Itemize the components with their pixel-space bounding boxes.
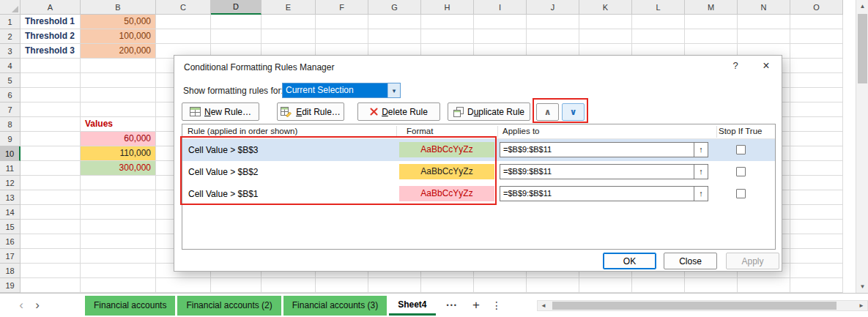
close-icon[interactable]: × — [757, 59, 775, 73]
rule-row[interactable]: Cell Value > $B$1AaBbCcYyZz=$B$9:$B$11↑ — [182, 183, 775, 205]
row-header-9[interactable]: 9 — [0, 132, 21, 146]
range-picker-button[interactable]: ↑ — [694, 187, 708, 201]
sheet-tab-financial-accounts-2[interactable]: Financial accounts (2) — [177, 296, 281, 316]
grid-cell[interactable] — [21, 278, 81, 293]
grid-cell[interactable] — [790, 264, 843, 278]
vertical-scroll-thumb[interactable] — [858, 14, 867, 83]
grid-cell[interactable] — [421, 15, 474, 29]
grid-cell[interactable] — [21, 73, 81, 88]
grid-cell[interactable] — [81, 190, 156, 205]
grid-cell[interactable] — [211, 29, 261, 44]
range-picker-button[interactable]: ↑ — [694, 143, 708, 157]
scroll-left-icon[interactable]: ◄ — [538, 301, 549, 310]
range-picker-button[interactable]: ↑ — [694, 165, 708, 179]
grid-cell[interactable] — [790, 29, 843, 44]
grid-cell[interactable] — [579, 15, 632, 29]
next-sheet-button[interactable]: › — [29, 298, 45, 313]
row-header-17[interactable]: 17 — [0, 249, 21, 264]
add-sheet-button[interactable]: + — [470, 298, 483, 313]
grid-cell[interactable] — [685, 29, 738, 44]
grid-cell[interactable] — [790, 234, 843, 249]
cell-B1[interactable]: 50,000 — [81, 15, 156, 29]
grid-cell[interactable] — [474, 278, 527, 293]
grid-cell[interactable] — [738, 29, 790, 44]
horizontal-scroll-track[interactable] — [549, 301, 856, 310]
grid-cell[interactable] — [21, 161, 81, 176]
grid-cell[interactable] — [790, 146, 843, 161]
row-header-12[interactable]: 12 — [0, 176, 21, 190]
cell-B9[interactable]: 60,000 — [81, 132, 156, 146]
grid-cell[interactable] — [368, 15, 421, 29]
grid-cell[interactable] — [21, 220, 81, 234]
grid-cell[interactable] — [81, 249, 156, 264]
grid-cell[interactable] — [21, 205, 81, 220]
grid-cell[interactable] — [632, 15, 685, 29]
row-header-19[interactable]: 19 — [0, 278, 21, 293]
grid-cell[interactable] — [685, 15, 738, 29]
grid-cell[interactable] — [261, 15, 316, 29]
sheet-tab-sheet4[interactable]: Sheet4 — [389, 296, 435, 316]
column-header-G[interactable]: G — [368, 0, 421, 15]
grid-cell[interactable] — [21, 146, 81, 161]
grid-cell[interactable] — [261, 278, 316, 293]
sheet-tab-financial-accounts[interactable]: Financial accounts — [85, 296, 175, 316]
column-header-O[interactable]: O — [790, 0, 843, 15]
horizontal-scroll-thumb[interactable] — [552, 302, 837, 310]
apply-button[interactable]: Apply — [726, 253, 779, 269]
row-header-7[interactable]: 7 — [0, 102, 21, 117]
cell-B3[interactable]: 200,000 — [81, 44, 156, 59]
grid-cell[interactable] — [316, 278, 368, 293]
grid-cell[interactable] — [21, 264, 81, 278]
cell-B11[interactable]: 300,000 — [81, 161, 156, 176]
grid-cell[interactable] — [21, 88, 81, 102]
stop-if-true-checkbox[interactable] — [736, 145, 746, 154]
row-header-15[interactable]: 15 — [0, 220, 21, 234]
stop-if-true-checkbox[interactable] — [736, 167, 746, 176]
grid-cell[interactable] — [790, 44, 843, 59]
cell-A3[interactable]: Threshold 3 — [21, 44, 81, 59]
stop-if-true-checkbox[interactable] — [736, 189, 746, 198]
grid-cell[interactable] — [790, 278, 843, 293]
row-header-16[interactable]: 16 — [0, 234, 21, 249]
row-header-2[interactable]: 2 — [0, 29, 21, 44]
scroll-up-icon[interactable]: ▲ — [856, 0, 868, 12]
grid-cell[interactable] — [316, 15, 368, 29]
grid-cell[interactable] — [421, 29, 474, 44]
grid-cell[interactable] — [261, 29, 316, 44]
ok-button[interactable]: OK — [603, 253, 656, 269]
cell-A2[interactable]: Threshold 2 — [21, 29, 81, 44]
column-header-N[interactable]: N — [738, 0, 790, 15]
grid-cell[interactable] — [21, 176, 81, 190]
all-sheets-menu-icon[interactable]: ⋮ — [492, 299, 502, 311]
grid-cell[interactable] — [81, 176, 156, 190]
grid-cell[interactable] — [81, 88, 156, 102]
scroll-right-icon[interactable]: ► — [856, 301, 867, 310]
column-header-A[interactable]: A — [21, 0, 81, 15]
column-header-C[interactable]: C — [156, 0, 211, 15]
grid-cell[interactable] — [527, 15, 579, 29]
grid-cell[interactable] — [21, 59, 81, 73]
applies-to-field[interactable]: =$B$9:$B$11↑ — [500, 164, 708, 179]
grid-cell[interactable] — [527, 29, 579, 44]
rule-row[interactable]: Cell Value > $B$3AaBbCcYyZz=$B$9:$B$11↑ — [182, 139, 775, 161]
grid-cell[interactable] — [21, 117, 81, 132]
close-button[interactable]: Close — [664, 253, 717, 269]
help-icon[interactable]: ? — [728, 60, 743, 73]
rule-row[interactable]: Cell Value > $B$2AaBbCcYyZz=$B$9:$B$11↑ — [182, 161, 775, 183]
grid-cell[interactable] — [790, 220, 843, 234]
row-header-6[interactable]: 6 — [0, 88, 21, 102]
more-tabs-indicator[interactable]: ••• — [447, 302, 458, 309]
grid-cell[interactable] — [156, 29, 211, 44]
grid-cell[interactable] — [790, 176, 843, 190]
row-header-11[interactable]: 11 — [0, 161, 21, 176]
scroll-down-icon[interactable]: ▼ — [856, 280, 868, 293]
chevron-down-icon[interactable]: ▾ — [387, 83, 400, 97]
grid-cell[interactable] — [790, 205, 843, 220]
grid-cell[interactable] — [685, 278, 738, 293]
row-header-18[interactable]: 18 — [0, 264, 21, 278]
column-header-M[interactable]: M — [685, 0, 738, 15]
grid-cell[interactable] — [21, 234, 81, 249]
grid-cell[interactable] — [156, 15, 211, 29]
row-header-3[interactable]: 3 — [0, 44, 21, 59]
grid-cell[interactable] — [81, 278, 156, 293]
